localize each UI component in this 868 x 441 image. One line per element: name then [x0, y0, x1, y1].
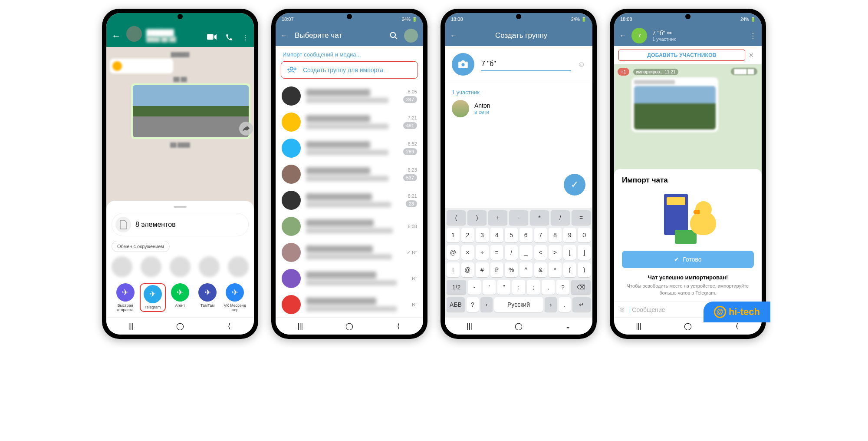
- keyboard-key[interactable]: &: [534, 262, 547, 277]
- nearby-share-button[interactable]: Обмен с окружением: [112, 241, 170, 252]
- recents-button[interactable]: |||: [127, 322, 135, 331]
- add-members-button[interactable]: ДОБАВИТЬ УЧАСТНИКОВ: [618, 50, 745, 61]
- keyboard-key[interactable]: 8: [549, 228, 562, 242]
- keyboard-key[interactable]: ]: [578, 245, 591, 260]
- back-button[interactable]: ⟨: [394, 322, 403, 331]
- keyboard-key[interactable]: 5: [505, 228, 518, 242]
- contact-suggestion[interactable]: [199, 256, 220, 277]
- chat-title-area[interactable]: ██████ ████ ██ ██: [146, 29, 207, 42]
- keyboard-key[interactable]: *: [530, 210, 549, 225]
- keyboard-key[interactable]: 0: [578, 228, 591, 242]
- contact-suggestion[interactable]: [112, 256, 132, 277]
- home-button[interactable]: ◯: [684, 322, 692, 331]
- keyboard-key[interactable]: *: [549, 262, 562, 277]
- contact-suggestion[interactable]: [170, 256, 191, 277]
- shared-file-preview[interactable]: 8 элементов: [112, 213, 249, 236]
- recents-button[interactable]: |||: [635, 322, 643, 331]
- keyboard-lang-right[interactable]: ›: [545, 297, 557, 312]
- video-call-icon[interactable]: [207, 33, 217, 42]
- keyboard-key[interactable]: (: [563, 262, 576, 277]
- group-avatar[interactable]: 7: [631, 28, 647, 43]
- keyboard-space-key[interactable]: Русский: [494, 297, 543, 312]
- keyboard-lang-left[interactable]: ‹: [480, 297, 493, 312]
- search-icon[interactable]: [389, 31, 398, 40]
- keyboard-key[interactable]: ): [467, 210, 487, 225]
- chat-list-item[interactable]: Вт: [276, 292, 423, 317]
- keyboard-key[interactable]: :: [512, 280, 525, 295]
- home-button[interactable]: ◯: [514, 322, 523, 331]
- chat-list-item[interactable]: 6:2123: [276, 187, 423, 213]
- keyboard-key[interactable]: ×: [461, 245, 474, 260]
- keyboard-key[interactable]: #: [476, 262, 489, 277]
- share-app-агент[interactable]: ✈Агент: [167, 283, 193, 312]
- chat-list[interactable]: 8:05347 7:21491 6:52289 6:23537 6:2123 6…: [276, 83, 423, 317]
- forward-icon[interactable]: [239, 122, 253, 136]
- keyboard-hide-button[interactable]: ⌄: [563, 322, 572, 331]
- keyboard-key[interactable]: ?: [556, 280, 569, 295]
- keyboard-key[interactable]: [: [563, 245, 576, 260]
- sticker-icon[interactable]: ☺: [618, 306, 625, 314]
- chat-list-item[interactable]: 6:23537: [276, 161, 423, 187]
- keyboard-key[interactable]: @: [447, 245, 460, 260]
- keyboard-key[interactable]: ,: [542, 280, 555, 295]
- keyboard-key[interactable]: ÷: [476, 245, 489, 260]
- recents-button[interactable]: |||: [465, 322, 474, 331]
- group-photo-button[interactable]: [452, 53, 474, 76]
- keyboard-key[interactable]: ): [578, 262, 591, 277]
- keyboard-key[interactable]: @: [461, 262, 474, 277]
- create-import-group-button[interactable]: Создать группу для импорта: [281, 61, 418, 79]
- contact-avatar[interactable]: [126, 26, 142, 42]
- keyboard-key[interactable]: ": [497, 280, 510, 295]
- keyboard-key[interactable]: >: [549, 245, 562, 260]
- keyboard-shift-key[interactable]: 1/2: [447, 280, 466, 295]
- home-button[interactable]: ◯: [176, 322, 184, 331]
- back-arrow-icon[interactable]: ←: [281, 32, 288, 40]
- contact-suggestion[interactable]: [141, 256, 161, 277]
- member-item[interactable]: Anton в сети: [452, 100, 585, 117]
- keyboard-key[interactable]: -: [468, 280, 481, 295]
- keyboard-key[interactable]: (: [447, 210, 466, 225]
- keyboard-key[interactable]: _: [519, 245, 533, 260]
- recents-button[interactable]: |||: [296, 322, 305, 331]
- keyboard-key[interactable]: ;: [527, 280, 540, 295]
- back-button[interactable]: ⟨: [733, 322, 741, 331]
- keyboard-key[interactable]: ₽: [490, 262, 503, 277]
- keyboard-key[interactable]: =: [572, 210, 591, 225]
- emoji-icon[interactable]: ☺: [578, 60, 585, 69]
- outgoing-image-message[interactable]: [131, 83, 250, 139]
- share-app-telegram[interactable]: ✈Telegram: [140, 283, 166, 312]
- keyboard-key[interactable]: 6: [519, 228, 533, 242]
- keyboard-key[interactable]: 9: [563, 228, 576, 242]
- more-icon[interactable]: ⋮: [750, 32, 756, 40]
- keyboard-key[interactable]: <: [534, 245, 547, 260]
- share-app-vk-мессенд-жер[interactable]: ✈VK Мессенд жер: [222, 283, 248, 312]
- keyboard-key[interactable]: /: [551, 210, 570, 225]
- keyboard-delete-key[interactable]: ⌫: [571, 280, 591, 295]
- contact-suggestion[interactable]: [228, 256, 249, 277]
- keyboard-key[interactable]: 7: [534, 228, 547, 242]
- keyboard-key[interactable]: ?: [467, 297, 479, 312]
- back-button[interactable]: ⟨: [225, 322, 233, 331]
- keyboard-abc-key[interactable]: АБВ: [447, 297, 465, 312]
- keyboard-key[interactable]: =: [490, 245, 503, 260]
- keyboard-key[interactable]: 1: [447, 228, 460, 242]
- chat-list-item[interactable]: 7:21491: [276, 109, 423, 135]
- chat-list-item[interactable]: 6:52289: [276, 135, 423, 161]
- close-icon[interactable]: ✕: [745, 50, 757, 60]
- keyboard-enter-key[interactable]: ↵: [572, 297, 591, 312]
- keyboard-key[interactable]: .: [559, 297, 571, 312]
- keyboard-key[interactable]: ': [483, 280, 496, 295]
- drag-handle[interactable]: [174, 206, 187, 208]
- chat-list-item[interactable]: Вт: [276, 265, 423, 292]
- keyboard-key[interactable]: ^: [519, 262, 533, 277]
- keyboard-key[interactable]: +: [488, 210, 507, 225]
- voice-call-icon[interactable]: [225, 33, 233, 42]
- back-arrow-icon[interactable]: ←: [112, 30, 121, 42]
- more-icon[interactable]: ⋮: [242, 33, 249, 42]
- keyboard-key[interactable]: /: [505, 245, 518, 260]
- keyboard-key[interactable]: 4: [490, 228, 503, 242]
- home-button[interactable]: ◯: [345, 322, 354, 331]
- back-arrow-icon[interactable]: ←: [619, 32, 626, 40]
- confirm-fab[interactable]: ✓: [564, 174, 585, 196]
- share-app-быстрая-отправка[interactable]: ✈Быстрая отправка: [112, 283, 138, 312]
